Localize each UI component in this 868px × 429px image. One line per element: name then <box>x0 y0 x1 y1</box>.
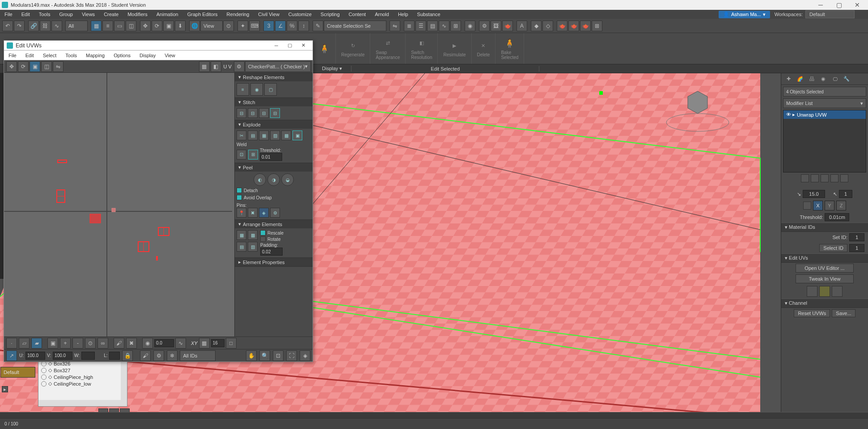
undo-button[interactable]: ↶ <box>2 21 13 31</box>
uvw-paint-deselect[interactable]: ✖ <box>126 338 137 349</box>
uvw-ring-button[interactable]: ⊙ <box>85 338 96 349</box>
remove-modifier-button[interactable] <box>830 174 838 182</box>
mirror-button[interactable]: ⇋ <box>390 21 400 31</box>
uvw-brush-button[interactable]: 🖌 <box>140 350 151 361</box>
uvw-transform-type[interactable]: ↗ <box>6 350 17 361</box>
teapot1-button[interactable]: 🫖 <box>557 21 567 31</box>
flatten-custom-button[interactable]: ▣ <box>292 130 302 140</box>
uvw-soft-falloff-input[interactable] <box>154 339 174 347</box>
stitch-1-button[interactable]: ⊟ <box>237 108 246 118</box>
uvw-v-input[interactable] <box>53 352 72 360</box>
straighten-button[interactable]: ≡ <box>237 83 249 96</box>
uvw-lock-button[interactable]: 🔒 <box>122 350 133 361</box>
uvw-loop-button[interactable]: ∞ <box>97 338 108 349</box>
box-button[interactable]: ▢ <box>264 83 277 96</box>
select-rotate-button[interactable]: ⟳ <box>152 21 162 31</box>
expand-scene-explorer[interactable]: ▸ <box>2 386 8 392</box>
maximize-button[interactable]: ▢ <box>830 0 848 10</box>
toggle-ribbon-button[interactable]: ▤ <box>427 21 438 31</box>
pack-normalize-button[interactable]: ▩ <box>248 230 258 240</box>
uvw-grid-val-input[interactable] <box>211 339 224 347</box>
menu-tools[interactable]: Tools <box>34 10 55 19</box>
object-name-field[interactable]: 4 Objects Selected <box>783 87 866 97</box>
uvw-options2-button[interactable]: ⚙ <box>153 350 164 361</box>
pin-stack-button[interactable] <box>801 174 809 182</box>
menu-modifiers[interactable]: Modifiers <box>123 10 152 19</box>
uvw-scale-button[interactable]: ▣ <box>30 61 40 72</box>
unlink-button[interactable]: ⛓ <box>40 21 51 31</box>
user-account-button[interactable]: 👤Ashawn Ma...▾ <box>719 11 770 18</box>
pack-recursive-button[interactable]: ▤ <box>237 242 246 252</box>
uvw-ids-dropdown[interactable]: All IDs <box>180 350 216 361</box>
motion-tab-icon[interactable]: ◉ <box>819 75 828 84</box>
make-unique-button[interactable] <box>821 174 829 182</box>
menu-file[interactable]: File <box>0 10 17 19</box>
bind-space-warp-button[interactable]: ∿ <box>51 21 62 31</box>
quick-peel-icon[interactable]: ◐ <box>254 173 266 186</box>
rollout-channel[interactable]: ▾ Channel <box>781 299 868 308</box>
flatten-smooth-button[interactable]: ▨ <box>270 130 280 140</box>
uvw-canvas[interactable] <box>4 73 234 336</box>
selection-filter-dropdown[interactable]: All <box>65 21 88 31</box>
uvw-paint-select[interactable]: 🖌 <box>114 338 124 349</box>
uvw-menu-edit[interactable]: Edit <box>21 53 38 58</box>
render-setup-button[interactable]: ⚙ <box>479 21 490 31</box>
redo-button[interactable]: ↷ <box>14 21 25 31</box>
layer-default[interactable]: Default <box>0 367 35 378</box>
ribbon-swap-appearance[interactable]: ⇄ Swap Appearance <box>370 33 406 64</box>
menu-arnold[interactable]: Arnold <box>370 10 394 19</box>
uvw-soft-sel[interactable]: ◉ <box>142 338 153 349</box>
uvw-menu-options[interactable]: Options <box>109 53 135 58</box>
uvw-vertex-mode[interactable]: · <box>6 338 17 349</box>
layer-explorer-button[interactable]: ☰ <box>415 21 426 31</box>
threshold-input[interactable] <box>825 213 849 221</box>
select-scale-button[interactable]: ▣ <box>163 21 174 31</box>
pin-auto-button[interactable]: ⚙ <box>270 208 280 218</box>
percent-snap-toggle[interactable]: % <box>287 21 297 31</box>
uvw-pan-button[interactable]: ✋ <box>246 350 257 361</box>
ribbon-delete[interactable]: ✕ Delete <box>472 33 496 64</box>
uvw-options-button[interactable]: ⚙ <box>234 61 245 72</box>
uvw-close-button[interactable]: ✕ <box>296 41 310 50</box>
uvw-menu-file[interactable]: File <box>4 53 21 58</box>
visibility-icon[interactable] <box>41 374 47 380</box>
rollout-arrange-elements[interactable]: ▾ Arrange Elements <box>235 220 313 228</box>
hierarchy-tab-icon[interactable]: 品 <box>807 75 816 84</box>
snap-toggle[interactable]: 3 <box>263 21 274 31</box>
teapot2-button[interactable]: 🫖 <box>568 21 579 31</box>
uvw-freeform-button[interactable]: ◫ <box>41 61 52 72</box>
menu-animation[interactable]: Animation <box>152 10 183 19</box>
axis-z-button[interactable]: Z <box>836 201 846 210</box>
uvw-titlebar[interactable]: Edit UVWs ─ ▢ ✕ <box>4 41 313 50</box>
uvw-rotate-button[interactable]: ⟳ <box>18 61 29 72</box>
stitch-3-button[interactable]: ⊟ <box>259 108 269 118</box>
flatten-poly-button[interactable]: ▦ <box>259 130 269 140</box>
select-place-button[interactable]: ⬇ <box>175 21 186 31</box>
display-tab-icon[interactable]: 🖵 <box>830 75 839 84</box>
link-button[interactable]: 🔗 <box>28 21 39 31</box>
weld-threshold-input[interactable] <box>260 153 282 161</box>
uvw-edge-mode[interactable]: ▱ <box>19 338 30 349</box>
substance-bitmap-button[interactable]: ◇ <box>542 21 553 31</box>
break-button[interactable]: ✂ <box>237 130 246 140</box>
menu-civilview[interactable]: Civil View <box>254 10 284 19</box>
angle-threshold-input[interactable] <box>803 190 825 198</box>
substance-button[interactable]: ◆ <box>531 21 542 31</box>
modifier-stack[interactable]: 👁 ▸ Unwrap UVW <box>783 110 866 172</box>
uvw-map-dropdown[interactable]: CheckerPatt... ( Checker ) ▾ <box>245 61 311 72</box>
stitch-2-button[interactable]: ⊟ <box>248 108 258 118</box>
utilities-tab-icon[interactable]: 🔧 <box>842 75 851 84</box>
rollout-explode[interactable]: ▾ Explode <box>235 120 313 129</box>
uvw-zoom-region-button[interactable]: ⊡ <box>273 350 284 361</box>
padding-input[interactable] <box>260 248 283 256</box>
quick-peel-button[interactable] <box>819 286 830 297</box>
stitch-custom-button[interactable]: ⊟ <box>270 108 280 118</box>
uvw-mirror-button[interactable]: ⇋ <box>53 61 64 72</box>
spinner-snap-toggle[interactable]: ↕ <box>298 21 309 31</box>
create-tab-icon[interactable]: ✚ <box>784 75 793 84</box>
rotate-checkbox[interactable] <box>260 236 266 242</box>
material-editor-button[interactable]: ◉ <box>465 21 475 31</box>
menu-edit[interactable]: Edit <box>17 10 34 19</box>
flatten-button[interactable]: ▤ <box>248 130 258 140</box>
ribbon-resimulate[interactable]: ▶ Resimulate <box>438 33 471 64</box>
